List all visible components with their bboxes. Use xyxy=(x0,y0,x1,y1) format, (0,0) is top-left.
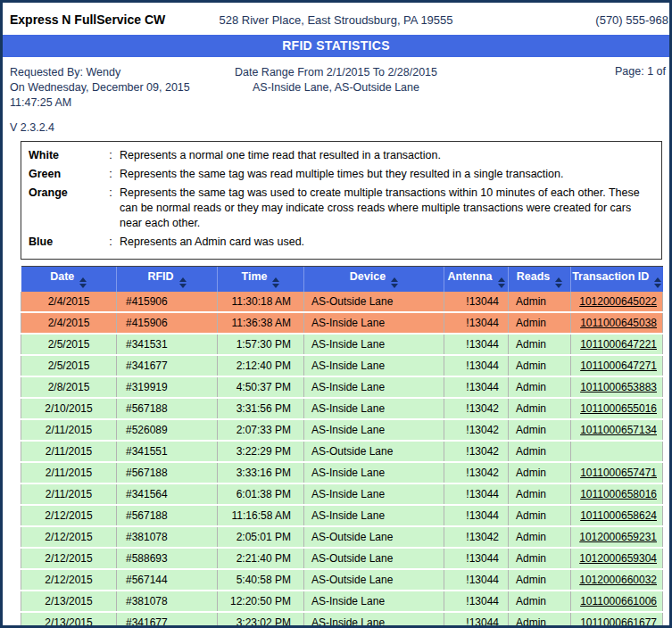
device-cell: AS-Outside Lane xyxy=(304,441,444,462)
transaction-link[interactable]: 1012000645022 xyxy=(579,295,657,308)
legend-colon: : xyxy=(102,148,120,163)
column-label: Reads xyxy=(517,270,551,283)
device-cell: AS-Inside Lane xyxy=(304,505,444,526)
time-cell: 2:07:33 PM xyxy=(218,419,304,441)
antenna-cell: !13044 xyxy=(444,334,509,355)
table-row: 2/5/2015#3415311:57:30 PMAS-Inside Lane!… xyxy=(21,334,663,355)
sort-arrows-icon xyxy=(555,277,562,288)
date-cell: 2/11/2015 xyxy=(21,441,117,462)
transaction-link[interactable]: 1012000659304 xyxy=(579,552,657,565)
transaction-link[interactable]: 1011000647221 xyxy=(580,338,657,351)
reads-cell: Admin xyxy=(509,441,571,462)
rfid-cell: #319919 xyxy=(117,376,218,398)
lane-list: AS-Inside Lane, AS-Outside Lane xyxy=(3,80,669,95)
time-cell: 4:50:37 PM xyxy=(218,376,304,398)
sort-arrows-icon xyxy=(79,277,87,288)
rfid-cell: #415906 xyxy=(117,292,218,312)
reads-cell: Admin xyxy=(509,462,571,483)
transaction-id-cell: 1012000659304 xyxy=(571,548,663,569)
reads-cell: Admin xyxy=(509,612,571,628)
column-header-device[interactable]: Device xyxy=(304,267,444,293)
rfid-cell: #341677 xyxy=(117,612,218,628)
reads-cell: Admin xyxy=(509,591,571,612)
time-cell: 2:12:40 PM xyxy=(218,355,304,376)
device-cell: AS-Outside Lane xyxy=(304,526,444,548)
column-header-antenna[interactable]: Antenna xyxy=(444,267,509,293)
device-cell: AS-Inside Lane xyxy=(304,419,444,441)
antenna-cell: !13042 xyxy=(444,441,509,462)
rfid-cell: #567144 xyxy=(117,569,218,591)
column-header-transaction-id[interactable]: Transaction ID xyxy=(571,267,663,293)
device-cell: AS-Inside Lane xyxy=(304,355,444,376)
legend-label: Blue xyxy=(29,235,102,250)
legend-row: White:Represents a normal one time read … xyxy=(29,148,654,163)
reads-cell: Admin xyxy=(509,569,571,591)
transaction-id-cell: 1011000657134 xyxy=(571,419,663,441)
legend-label: Green xyxy=(29,167,102,182)
table-row: 2/11/2015#3415513:22:29 PMAS-Outside Lan… xyxy=(21,441,663,462)
time-cell: 6:01:38 PM xyxy=(218,483,304,505)
transaction-link[interactable]: 1011000661006 xyxy=(580,595,657,607)
date-cell: 2/12/2015 xyxy=(21,526,117,548)
column-header-rfid[interactable]: RFID xyxy=(117,267,218,293)
sort-arrows-icon xyxy=(498,277,505,288)
transaction-link[interactable]: 1011000645038 xyxy=(580,317,657,329)
column-header-date[interactable]: Date xyxy=(21,267,117,293)
transaction-link[interactable]: 1011000658624 xyxy=(580,509,657,522)
transaction-id-cell: 1011000658016 xyxy=(571,483,663,505)
date-cell: 2/12/2015 xyxy=(21,505,117,526)
sort-arrows-icon xyxy=(179,277,187,288)
transaction-id-cell: 1011000657471 xyxy=(571,462,663,483)
column-label: Transaction ID xyxy=(572,270,649,283)
transaction-link[interactable]: 1011000647271 xyxy=(580,359,657,372)
transaction-link[interactable]: 1011000658016 xyxy=(580,488,657,500)
transaction-link[interactable]: 1011000657471 xyxy=(580,467,657,479)
antenna-cell: !13044 xyxy=(444,355,509,376)
transaction-link[interactable]: 1011000653883 xyxy=(580,381,657,393)
transaction-id-cell: 1012000659231 xyxy=(571,526,663,548)
company-phone: (570) 555-968 xyxy=(595,13,668,27)
legend-colon: : xyxy=(102,186,120,231)
column-header-reads[interactable]: Reads xyxy=(509,267,571,293)
table-row: 2/12/2015#5886932:21:40 PMAS-Outside Lan… xyxy=(21,548,663,569)
antenna-cell: !13044 xyxy=(444,612,509,628)
antenna-cell: !13042 xyxy=(444,398,509,419)
device-cell: AS-Inside Lane xyxy=(304,334,444,355)
device-cell: AS-Inside Lane xyxy=(304,591,444,612)
column-label: Antenna xyxy=(448,270,493,283)
legend-row: Orange:Represents the same tag was used … xyxy=(29,186,654,231)
sort-arrows-icon xyxy=(272,277,279,288)
rfid-table: DateRFIDTimeDeviceAntennaReadsTransactio… xyxy=(21,266,663,628)
device-cell: AS-Inside Lane xyxy=(304,462,444,483)
sort-arrows-icon xyxy=(391,277,398,288)
device-cell: AS-Outside Lane xyxy=(304,292,444,312)
table-row: 2/11/2015#5260892:07:33 PMAS-Inside Lane… xyxy=(21,419,663,441)
time-cell: 11:36:38 AM xyxy=(218,312,304,334)
column-label: Date xyxy=(50,270,74,283)
transaction-id-cell: 1011000661006 xyxy=(571,591,663,612)
rfid-cell: #341677 xyxy=(117,355,218,376)
antenna-cell: !13044 xyxy=(444,569,509,591)
date-cell: 2/4/2015 xyxy=(21,312,117,334)
time-cell: 11:16:58 AM xyxy=(218,505,304,526)
time-cell: 11:30:18 AM xyxy=(218,292,304,312)
page-number: Page: 1 of xyxy=(615,65,666,78)
reads-cell: Admin xyxy=(509,483,571,505)
reads-cell: Admin xyxy=(509,376,571,398)
reads-cell: Admin xyxy=(509,548,571,569)
date-cell: 2/8/2015 xyxy=(21,376,117,398)
reads-cell: Admin xyxy=(509,355,571,376)
legend-label: White xyxy=(29,148,102,163)
transaction-link[interactable]: 1011000661677 xyxy=(580,616,657,628)
time-cell: 3:31:56 PM xyxy=(218,398,304,419)
table-row: 2/12/2015#56718811:16:58 AMAS-Inside Lan… xyxy=(21,505,663,526)
range-info: Date Range From 2/1/2015 To 2/28/2015 AS… xyxy=(3,65,669,95)
column-header-time[interactable]: Time xyxy=(218,267,304,293)
transaction-link[interactable]: 1011000655016 xyxy=(580,402,657,415)
transaction-id-cell: 1011000653883 xyxy=(571,376,663,398)
transaction-link[interactable]: 1011000657134 xyxy=(580,424,657,436)
transaction-link[interactable]: 1012000660032 xyxy=(579,574,657,586)
date-cell: 2/10/2015 xyxy=(21,398,117,419)
transaction-link[interactable]: 1012000659231 xyxy=(579,531,657,543)
legend-description: Represents an Admin card was used. xyxy=(120,235,651,250)
